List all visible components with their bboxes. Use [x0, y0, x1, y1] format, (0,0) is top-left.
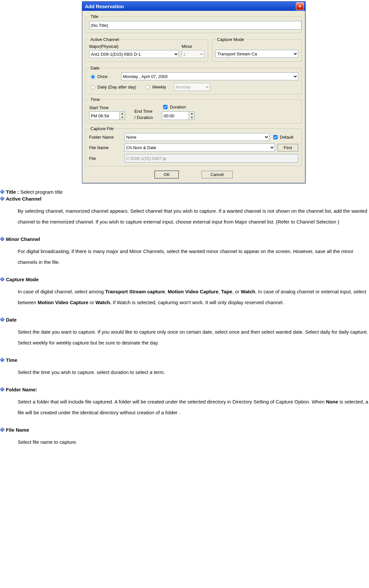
date-once-label: Once — [97, 74, 107, 79]
date-once-select[interactable]: Monday , April 07, 2003 — [121, 72, 298, 80]
duration-down-button[interactable]: ▼ — [189, 116, 194, 120]
help-active-channel-h: Active Channel — [6, 196, 41, 202]
date-daily-radio[interactable]: Daily (Day after day) — [89, 84, 136, 89]
find-button[interactable]: Find — [278, 144, 298, 151]
cm-b5: Motion Video Capture — [38, 300, 88, 305]
help-time-h: Time — [6, 357, 17, 363]
file-name-label: File Name — [89, 145, 122, 150]
help-title-rest: Select program title — [19, 189, 63, 195]
date-daily-label: Daily (Day after day) — [97, 85, 136, 89]
help-date-heading: Date — [1, 317, 369, 323]
dialog-title: Add Reservation — [85, 4, 124, 9]
active-channel-group: Active Channel Major(Physical) Ant1 D09-… — [86, 37, 208, 62]
folder-name-select[interactable]: None — [125, 133, 269, 141]
cm-t3: , — [218, 289, 221, 294]
duration-input[interactable] — [162, 111, 189, 120]
cm-t4: , or — [232, 289, 241, 294]
help-capture-mode-h: Capture Mode — [6, 277, 39, 282]
cm-b1: Transport Stream capture — [105, 289, 165, 294]
duration-spinner[interactable]: ▲ ▼ — [162, 111, 195, 120]
major-channel-label: Major(Physical) — [89, 44, 179, 49]
file-path-label: File — [89, 156, 122, 161]
bullet-icon — [0, 387, 5, 392]
help-time-heading: Time — [1, 357, 369, 363]
title-legend: Title — [89, 14, 100, 19]
end-time-label-line2: / Duration — [134, 115, 153, 120]
date-once-radio-input[interactable] — [91, 75, 95, 79]
add-reservation-dialog: Add Reservation × Title Active Channel M… — [82, 1, 305, 183]
file-path-input — [125, 154, 298, 163]
time-legend: Time — [89, 97, 101, 102]
cm-b4: Watch — [241, 289, 255, 294]
cm-b6: Watch. — [95, 300, 111, 305]
dialog-body: Title Active Channel Major(Physical) Ant… — [82, 11, 305, 183]
start-time-label: Start Time — [89, 105, 125, 110]
folder-b: None — [326, 399, 339, 404]
start-time-down-button[interactable]: ▼ — [120, 116, 125, 120]
help-active-channel-heading: Active Channel — [1, 196, 369, 202]
help-date-body: Select the date you want to capture. If … — [18, 326, 368, 348]
date-weekly-radio[interactable]: Weekly — [144, 84, 166, 89]
default-label: Default — [280, 135, 293, 140]
cm-t7: If Watch is selected, capturing won't wo… — [111, 300, 284, 305]
date-legend: Date — [89, 66, 101, 70]
date-weekly-day-select[interactable]: Monday — [174, 83, 210, 91]
major-channel-select[interactable]: Ant1 D09-1(D15) KBS D-1 — [89, 50, 179, 58]
capture-mode-group: Capture Mode Transport Stream Ca — [212, 37, 302, 62]
date-weekly-radio-input[interactable] — [146, 85, 150, 89]
file-name-select[interactable]: Ch-Num & Date — [125, 144, 275, 151]
bullet-icon — [0, 358, 5, 362]
duration-checkbox[interactable]: Duration — [162, 104, 195, 110]
start-time-input[interactable] — [89, 111, 120, 120]
cancel-button[interactable]: Cancel — [202, 171, 232, 178]
bullet-icon — [0, 317, 5, 322]
start-time-up-button[interactable]: ▲ — [120, 112, 125, 116]
dialog-wrapper: Add Reservation × Title Active Channel M… — [82, 1, 305, 183]
date-weekly-label: Weekly — [152, 85, 166, 89]
folder-name-label: Folder Name — [89, 135, 122, 140]
cm-t6: or — [88, 300, 96, 305]
duration-up-button[interactable]: ▲ — [189, 112, 194, 116]
duration-checkbox-input[interactable] — [163, 105, 167, 109]
help-title-bold: Title : — [6, 189, 19, 195]
start-time-spinner[interactable]: ▲ ▼ — [89, 111, 125, 120]
date-daily-radio-input[interactable] — [91, 85, 95, 89]
title-group: Title — [86, 14, 302, 33]
bullet-icon — [0, 277, 5, 282]
help-title-heading: Title : Select program title — [1, 189, 369, 195]
capture-mode-select[interactable]: Transport Stream Ca — [216, 50, 298, 58]
close-button[interactable]: × — [296, 2, 304, 10]
duration-label: Duration — [170, 105, 186, 109]
help-filename-body: Select file name to capture. — [18, 437, 368, 447]
ok-button[interactable]: OK — [155, 171, 179, 178]
cm-t2: , — [165, 289, 167, 294]
cm-t1: In case of digital channel, select among — [18, 289, 105, 294]
help-folder-heading: Folder Name: — [1, 387, 369, 392]
capture-file-group: Capture File Folder Name None Default Fi… — [86, 126, 302, 166]
minor-channel-label: Minor — [182, 44, 204, 49]
date-once-radio[interactable]: Once — [89, 74, 119, 79]
default-checkbox[interactable]: Default — [272, 134, 298, 140]
active-channel-legend: Active Channel — [89, 37, 120, 42]
dialog-buttons-row: OK Cancel — [86, 169, 302, 179]
help-date-h: Date — [6, 317, 17, 323]
help-filename-heading: File Name — [1, 427, 369, 433]
bullet-icon — [0, 189, 5, 194]
close-icon: × — [299, 4, 301, 9]
end-time-label-line1: End Time — [134, 109, 153, 114]
cm-b2: Motion Video Capture — [168, 289, 219, 294]
help-minor-channel-body: For digital broadcasting, if there is ma… — [18, 246, 368, 267]
default-checkbox-input[interactable] — [273, 135, 278, 139]
bullet-icon — [0, 427, 5, 432]
minor-channel-select[interactable]: 1 — [182, 50, 204, 58]
help-minor-channel-heading: Minor Channel — [1, 236, 369, 242]
help-capture-mode-heading: Capture Mode — [1, 277, 369, 282]
date-group: Date Once Monday , April 07, 2003 Daily … — [86, 66, 302, 94]
help-capture-mode-body: In case of digital channel, select among… — [18, 286, 368, 308]
capture-mode-legend: Capture Mode — [216, 37, 245, 42]
cm-b3: Tape — [221, 289, 232, 294]
program-title-input[interactable] — [89, 21, 301, 29]
help-active-channel-body: By selecting channel, mamorized channel … — [18, 206, 368, 227]
help-folder-h: Folder Name: — [6, 387, 37, 392]
dialog-titlebar: Add Reservation × — [82, 2, 305, 11]
